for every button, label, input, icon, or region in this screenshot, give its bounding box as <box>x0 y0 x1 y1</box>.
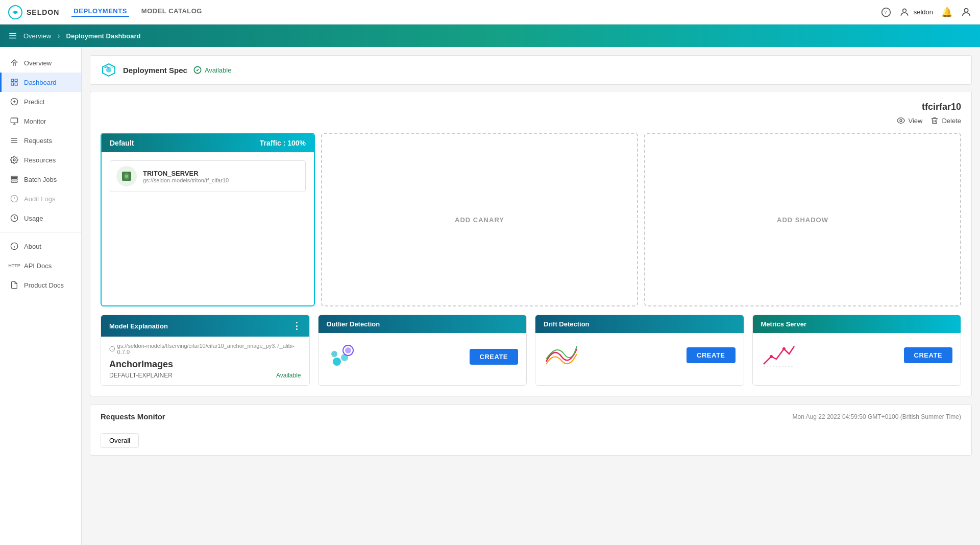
sidebar-label-dashboard: Dashboard <box>24 79 57 86</box>
deployment-spec-title: Deployment Spec <box>123 66 187 75</box>
breadcrumb-overview[interactable]: Overview <box>23 32 51 40</box>
sidebar-item-requests[interactable]: Requests <box>0 131 81 150</box>
available-label: Available <box>205 66 232 74</box>
outlier-header: Outlier Detection <box>318 315 527 333</box>
svg-point-5 <box>964 8 968 12</box>
usage-icon <box>10 214 19 223</box>
info-icon <box>10 242 19 251</box>
sidebar-label-api-docs: API Docs <box>24 262 52 270</box>
sidebar-item-usage[interactable]: Usage <box>0 208 81 228</box>
info-small-icon <box>109 346 115 352</box>
model-path: gs://seldon-models/triton/tf_cifar10 <box>143 177 229 183</box>
user-area: seldon <box>899 7 933 17</box>
svg-point-1 <box>14 11 17 14</box>
sidebar-label-overview: Overview <box>24 59 52 67</box>
model-card: TRITON_SERVER gs://seldon-models/triton/… <box>110 160 306 192</box>
outlier-title: Outlier Detection <box>327 320 380 328</box>
delete-button[interactable]: Delete <box>930 116 961 125</box>
outlier-detection-icon <box>327 341 357 372</box>
explainer-meta: DEFAULT-EXPLAINER Available <box>109 372 301 379</box>
canary-label: ADD CANARY <box>455 216 504 224</box>
view-button[interactable]: View <box>897 116 922 125</box>
pipeline-row: Default Traffic : 100% <box>101 133 961 306</box>
bottom-card-metrics: Metrics Server CREATE <box>752 315 962 386</box>
main-layout: Overview Dashboard Predict Monitor Reque… <box>0 47 980 545</box>
svg-point-4 <box>902 9 906 12</box>
audit-icon <box>10 194 19 203</box>
shadow-label: ADD SHADOW <box>777 216 828 224</box>
sidebar-item-predict[interactable]: Predict <box>0 92 81 111</box>
sidebar-item-monitor[interactable]: Monitor <box>0 111 81 131</box>
sidebar-item-about[interactable]: About <box>0 236 81 256</box>
model-explanation-header: Model Explanation ⋮ <box>101 315 309 337</box>
svg-text:?: ? <box>884 10 887 15</box>
account-circle-icon <box>899 7 910 17</box>
sidebar-item-batch-jobs[interactable]: Batch Jobs <box>0 170 81 189</box>
seldon-logo-icon <box>8 5 22 19</box>
sidebar: Overview Dashboard Predict Monitor Reque… <box>0 47 82 545</box>
svg-rect-9 <box>11 79 14 82</box>
metrics-body: CREATE <box>753 333 961 377</box>
notification-bell-icon[interactable]: 🔔 <box>941 7 952 18</box>
requests-monitor-controls: Overall <box>101 427 961 448</box>
doc-icon <box>10 280 19 290</box>
sidebar-item-product-docs[interactable]: Product Docs <box>0 275 81 295</box>
deployment-spec-header: Deployment Spec Available <box>90 55 972 85</box>
drift-create-button[interactable]: CREATE <box>687 347 735 363</box>
model-explanation-title: Model Explanation <box>109 322 168 330</box>
requests-monitor-header: Requests Monitor Mon Aug 22 2022 04:59:5… <box>101 412 961 421</box>
metrics-server-icon <box>761 341 797 369</box>
content-area: Deployment Spec Available tfcirfar10 Vie… <box>82 47 980 545</box>
metrics-create-button[interactable]: CREATE <box>904 347 952 363</box>
explainer-path-text: gs://seldon-models/tfserving/cifar10/cif… <box>117 343 301 355</box>
explainer-status: Available <box>276 372 301 379</box>
svg-rect-10 <box>15 79 17 82</box>
menu-icon[interactable] <box>8 31 17 40</box>
bottom-card-drift: Drift Detection CREATE <box>535 315 744 386</box>
sidebar-item-api-docs[interactable]: HTTP API Docs <box>0 256 81 275</box>
more-options-icon[interactable]: ⋮ <box>292 320 301 331</box>
http-icon: HTTP <box>10 261 19 270</box>
sidebar-label-resources: Resources <box>24 156 56 164</box>
metrics-header: Metrics Server <box>753 315 961 333</box>
trash-icon <box>930 116 939 125</box>
svg-point-47 <box>782 347 786 350</box>
overall-button[interactable]: Overall <box>101 433 139 448</box>
user-profile-icon[interactable] <box>961 7 972 18</box>
pipeline-box-title: Default <box>110 139 134 147</box>
add-canary-box[interactable]: ADD CANARY <box>321 133 638 306</box>
breadcrumb-current: Deployment Dashboard <box>66 32 141 40</box>
svg-point-43 <box>331 351 337 357</box>
logo-text: SELDON <box>27 8 59 16</box>
deployment-name: tfcirfar10 <box>101 102 961 112</box>
sidebar-label-audit-logs: Audit Logs <box>24 195 55 203</box>
batch-icon <box>10 175 19 184</box>
outlier-create-button[interactable]: CREATE <box>470 349 518 365</box>
drift-header: Drift Detection <box>535 315 744 333</box>
shield-icon: ? <box>881 7 891 17</box>
drift-detection-icon <box>544 341 579 369</box>
sidebar-item-resources[interactable]: Resources <box>0 150 81 170</box>
default-pipeline-box: Default Traffic : 100% <box>101 133 315 306</box>
nav-tab-model-catalog[interactable]: MODEL CATALOG <box>139 7 204 17</box>
requests-monitor: Requests Monitor Mon Aug 22 2022 04:59:5… <box>90 405 972 456</box>
dashboard-icon <box>10 78 19 87</box>
drift-body: CREATE <box>535 333 744 377</box>
svg-rect-11 <box>11 83 14 85</box>
logo: SELDON <box>8 5 59 19</box>
outlier-body: CREATE <box>318 333 527 380</box>
nav-tab-deployments[interactable]: DEPLOYMENTS <box>71 7 129 17</box>
svg-rect-25 <box>11 181 17 182</box>
username-label: seldon <box>914 8 933 16</box>
svg-rect-24 <box>11 179 17 180</box>
top-nav: SELDON DEPLOYMENTS MODEL CATALOG ? seldo… <box>0 0 980 25</box>
sidebar-item-audit-logs[interactable]: Audit Logs <box>0 189 81 208</box>
bottom-cards: Model Explanation ⋮ gs://seldon-models/t… <box>101 315 961 386</box>
sidebar-item-dashboard[interactable]: Dashboard <box>0 73 81 92</box>
svg-point-45 <box>345 347 351 353</box>
svg-point-37 <box>125 175 128 178</box>
svg-point-46 <box>770 355 773 358</box>
sidebar-item-overview[interactable]: Overview <box>0 53 81 73</box>
delete-label: Delete <box>942 117 961 125</box>
add-shadow-box[interactable]: ADD SHADOW <box>644 133 961 306</box>
